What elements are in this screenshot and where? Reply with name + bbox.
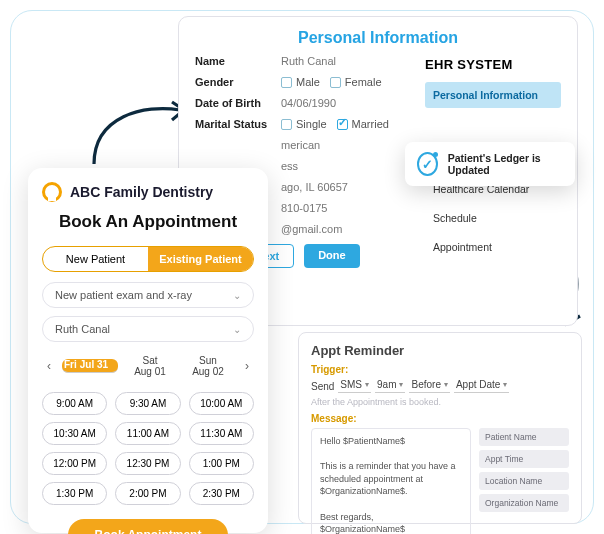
time-slot[interactable]: 9:00 AM [42, 392, 107, 415]
time-slot[interactable]: 11:00 AM [115, 422, 180, 445]
time-slots: 9:00 AM 9:30 AM 10:00 AM 10:30 AM 11:00 … [42, 392, 254, 505]
value-extra: ess [281, 160, 298, 172]
trigger-heading: Trigger: [311, 364, 569, 375]
label-dob: Date of Birth [195, 97, 281, 109]
rel-select[interactable]: Before▾ [409, 379, 449, 393]
brand-logo-icon [42, 182, 62, 202]
sidebar-item-appointment[interactable]: Appointment [425, 234, 561, 260]
reminder-card: Appt Reminder Trigger: Send SMS▾ 9am▾ Be… [298, 332, 582, 524]
message-body[interactable]: Hello $PatientName$ This is a reminder t… [311, 428, 471, 534]
book-appointment-button[interactable]: Book Appointment [68, 519, 228, 534]
checkbox-single[interactable]: Single [281, 118, 327, 130]
token-chip[interactable]: Appt Time [479, 450, 569, 468]
date-option[interactable]: SatAug 01 [124, 350, 176, 382]
value-extra: 810-0175 [281, 202, 328, 214]
token-chip[interactable]: Organization Name [479, 494, 569, 512]
date-next-button[interactable]: › [240, 359, 254, 373]
ref-select[interactable]: Appt Date▾ [454, 379, 509, 393]
value-name: Ruth Canal [281, 55, 336, 67]
seg-existing-patient[interactable]: Existing Patient [148, 247, 253, 271]
method-select[interactable]: SMS▾ [338, 379, 371, 393]
label-gender: Gender [195, 76, 281, 88]
trigger-note: After the Appointment is booked. [311, 397, 569, 407]
time-slot[interactable]: 9:30 AM [115, 392, 180, 415]
ehr-heading: Personal Information [195, 29, 561, 47]
chevron-down-icon: ⌄ [233, 290, 241, 301]
check-circle-icon: ✓ [417, 152, 438, 176]
reminder-title: Appt Reminder [311, 343, 569, 358]
value-extra: @gmail.com [281, 223, 342, 235]
service-dropdown[interactable]: New patient exam and x-ray⌄ [42, 282, 254, 308]
time-slot[interactable]: 10:00 AM [189, 392, 254, 415]
sidebar-item-personal[interactable]: Personal Information [425, 82, 561, 108]
time-select[interactable]: 9am▾ [375, 379, 405, 393]
checkbox-female[interactable]: Female [330, 76, 382, 88]
chevron-down-icon: ⌄ [233, 324, 241, 335]
sidebar-item-schedule[interactable]: Schedule [425, 205, 561, 231]
value-dob: 04/06/1990 [281, 97, 336, 109]
message-heading: Message: [311, 413, 569, 424]
label-name: Name [195, 55, 281, 67]
brand-name: ABC Family Dentistry [70, 184, 213, 200]
label-marital: Marital Status [195, 118, 281, 130]
toast-text: Patient's Ledger is Updated [448, 152, 563, 176]
value-extra: merican [281, 139, 320, 151]
checkbox-male[interactable]: Male [281, 76, 320, 88]
chevron-down-icon: ▾ [503, 380, 507, 389]
time-slot[interactable]: 1:00 PM [189, 452, 254, 475]
chevron-down-icon: ▾ [399, 380, 403, 389]
done-button[interactable]: Done [304, 244, 360, 268]
token-chip[interactable]: Patient Name [479, 428, 569, 446]
time-slot[interactable]: 2:00 PM [115, 482, 180, 505]
value-extra: ago, IL 60657 [281, 181, 348, 193]
trigger-send-label: Send [311, 381, 334, 392]
time-slot[interactable]: 12:30 PM [115, 452, 180, 475]
date-option[interactable]: SunAug 02 [182, 350, 234, 382]
time-slot[interactable]: 2:30 PM [189, 482, 254, 505]
patient-type-toggle[interactable]: New Patient Existing Patient [42, 246, 254, 272]
patient-dropdown[interactable]: Ruth Canal⌄ [42, 316, 254, 342]
time-slot[interactable]: 10:30 AM [42, 422, 107, 445]
time-slot[interactable]: 12:00 PM [42, 452, 107, 475]
booking-title: Book An Appointment [42, 212, 254, 232]
booking-card: ABC Family Dentistry Book An Appointment… [28, 168, 268, 533]
ehr-side-title: EHR SYSTEM [425, 57, 561, 72]
chevron-down-icon: ▾ [444, 380, 448, 389]
time-slot[interactable]: 1:30 PM [42, 482, 107, 505]
checkbox-married[interactable]: Married [337, 118, 389, 130]
toast-ledger-updated: ✓ Patient's Ledger is Updated [405, 142, 575, 186]
date-prev-button[interactable]: ‹ [42, 359, 56, 373]
seg-new-patient[interactable]: New Patient [43, 247, 148, 271]
token-chip[interactable]: Location Name [479, 472, 569, 490]
time-slot[interactable]: 11:30 AM [189, 422, 254, 445]
date-option[interactable]: FriJul 31 [62, 359, 118, 373]
chevron-down-icon: ▾ [365, 380, 369, 389]
